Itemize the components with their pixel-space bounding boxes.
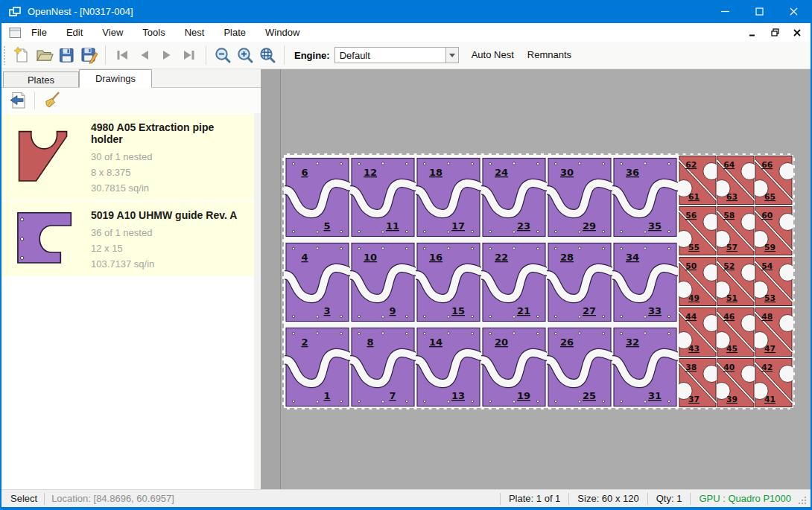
menu-window[interactable]: Window	[256, 23, 309, 42]
status-plate: Plate: 1 of 1	[507, 493, 562, 504]
remnants-button[interactable]: Remnants	[521, 45, 578, 66]
menu-nest[interactable]: Nest	[175, 23, 215, 42]
red-part-pair[interactable]: 66 65	[755, 155, 793, 205]
zoom-fit-button[interactable]	[256, 44, 279, 66]
purple-part-pair[interactable]: 36 35	[612, 155, 678, 240]
drawing-thumbnail	[6, 118, 83, 196]
svg-text:59: 59	[764, 243, 775, 252]
svg-text:42: 42	[761, 363, 773, 372]
red-part-pair[interactable]: 60 59	[755, 205, 793, 256]
nav-next-button[interactable]	[156, 44, 178, 66]
svg-text:62: 62	[685, 160, 697, 170]
nest-canvas[interactable]: 6 5 12 11 18 17 24	[261, 69, 811, 489]
purple-part-pair[interactable]: 22 21	[481, 240, 547, 325]
tab-plates[interactable]: Plates	[3, 71, 79, 87]
zoom-out-button[interactable]	[212, 44, 234, 66]
purple-part-pair[interactable]: 14 13	[416, 325, 481, 409]
red-part-pair[interactable]: 48 47	[755, 307, 793, 357]
zoom-in-icon	[236, 46, 254, 64]
minimize-button[interactable]	[708, 0, 742, 23]
svg-text:26: 26	[560, 337, 574, 348]
mdi-restore-button[interactable]	[767, 26, 782, 39]
menu-file[interactable]: File	[22, 23, 57, 42]
toolbar-grip[interactable]	[3, 45, 7, 65]
purple-part-pair[interactable]: 12 11	[350, 155, 416, 240]
purple-part-pair[interactable]: 26 25	[547, 325, 612, 409]
save-as-button[interactable]	[77, 44, 100, 66]
red-part-pair[interactable]: 54 53	[755, 256, 793, 307]
tab-drawings[interactable]: Drawings	[79, 69, 152, 88]
red-part-pair[interactable]: 58 57	[717, 205, 755, 256]
nav-first-icon	[114, 47, 130, 63]
maximize-button[interactable]	[742, 0, 776, 23]
drawing-item-4980[interactable]: 4980 A05 Extraction pipe holder 30 of 1 …	[1, 114, 254, 200]
red-part-pair[interactable]: 42 41	[755, 357, 793, 408]
red-part-pair[interactable]: 40 39	[717, 357, 755, 408]
purple-part-pair[interactable]: 32 31	[612, 325, 678, 409]
purple-part-pair[interactable]: 34 33	[612, 240, 678, 325]
svg-text:28: 28	[560, 252, 574, 263]
menu-plate[interactable]: Plate	[214, 23, 256, 42]
svg-text:32: 32	[626, 337, 639, 348]
red-part-pair[interactable]: 56 55	[679, 205, 717, 256]
red-part-pair[interactable]: 46 45	[717, 307, 755, 357]
purple-part-pair[interactable]: 30 29	[547, 155, 612, 240]
menu-edit[interactable]: Edit	[57, 23, 92, 42]
purple-part-pair[interactable]: 28 27	[547, 240, 612, 325]
mdi-minimize-button[interactable]	[745, 26, 760, 39]
drawing-list: 4980 A05 Extraction pipe holder 30 of 1 …	[1, 113, 261, 489]
purple-part-pair[interactable]: 4 3	[285, 240, 350, 325]
purple-part-pair[interactable]: 18 17	[416, 155, 481, 240]
nav-first-button[interactable]	[111, 44, 133, 66]
menu-tools[interactable]: Tools	[133, 23, 174, 42]
open-button[interactable]	[33, 44, 55, 66]
svg-text:54: 54	[761, 261, 773, 271]
nav-prev-button[interactable]	[133, 44, 156, 66]
content-area: Plates Drawings	[1, 69, 811, 489]
engine-dropdown-button[interactable]	[446, 47, 459, 63]
import-drawing-button[interactable]	[7, 90, 28, 111]
mdi-close-button[interactable]	[790, 26, 805, 39]
svg-text:37: 37	[688, 395, 700, 404]
app-window: OpenNest - [N0317-004] File Edit View To…	[0, 0, 812, 510]
menu-bar: File Edit View Tools Nest Plate Window	[1, 23, 811, 42]
resize-grip[interactable]	[799, 497, 808, 506]
panel-toolbar-separator	[34, 92, 35, 109]
svg-text:55: 55	[688, 243, 700, 252]
svg-text:22: 22	[495, 252, 508, 263]
red-part-pair[interactable]: 50 49	[679, 256, 717, 307]
svg-text:20: 20	[495, 337, 508, 348]
purple-part-pair[interactable]: 16 15	[416, 240, 481, 325]
purple-part-pair[interactable]: 24 23	[481, 155, 547, 240]
auto-nest-button[interactable]: Auto Nest	[465, 45, 521, 66]
svg-text:5: 5	[323, 220, 330, 232]
close-button[interactable]	[776, 0, 811, 23]
red-part-pair[interactable]: 44 43	[679, 307, 717, 357]
purple-part-pair[interactable]: 6 5	[285, 155, 350, 240]
purple-part-pair[interactable]: 2 1	[285, 325, 350, 409]
panel-scrollbar[interactable]	[254, 113, 261, 489]
red-part-pair[interactable]: 64 63	[717, 155, 755, 205]
save-button[interactable]	[55, 44, 77, 66]
status-location: Location: [84.8696, 60.6957]	[51, 493, 174, 504]
menu-view[interactable]: View	[92, 23, 133, 42]
svg-text:16: 16	[429, 252, 443, 263]
new-button[interactable]	[10, 44, 33, 66]
main-toolbar: Engine: Default Auto Nest Remnants	[1, 42, 811, 69]
svg-text:11: 11	[386, 220, 399, 232]
red-part-pair[interactable]: 38 37	[679, 357, 717, 408]
drawing-size: 12 x 15	[91, 240, 247, 256]
zoom-in-button[interactable]	[234, 44, 256, 66]
clean-button[interactable]	[41, 90, 62, 111]
purple-part-pair[interactable]: 20 19	[481, 325, 547, 409]
mdi-restore-icon	[771, 28, 779, 36]
plate[interactable]: 6 5 12 11 18 17 24	[282, 153, 795, 409]
red-part-pair[interactable]: 52 51	[717, 256, 755, 307]
drawing-item-5019[interactable]: 5019 A10 UHMW guide Rev. A 36 of 1 neste…	[1, 202, 254, 276]
svg-text:29: 29	[583, 220, 596, 232]
purple-part-pair[interactable]: 10 9	[350, 240, 416, 325]
red-part-pair[interactable]: 62 61	[679, 155, 717, 205]
nav-last-button[interactable]	[178, 44, 200, 66]
purple-part-pair[interactable]: 8 7	[350, 325, 416, 409]
engine-select[interactable]: Default	[334, 47, 446, 63]
